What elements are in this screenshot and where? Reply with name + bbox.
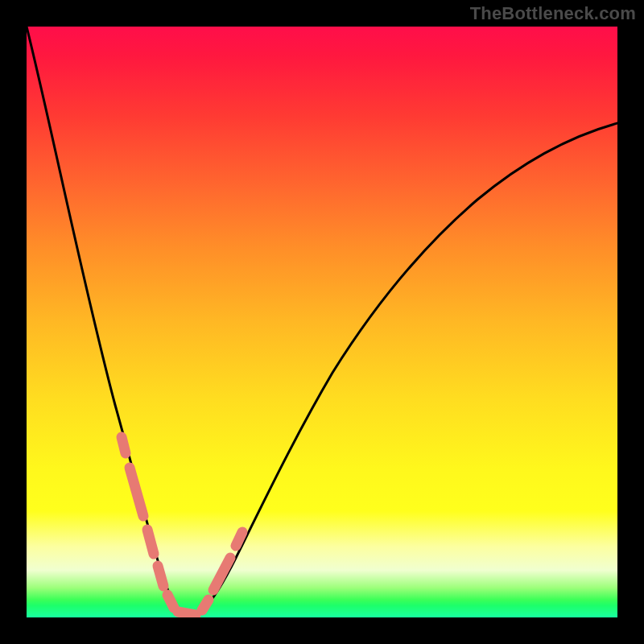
- marker-group: [122, 437, 242, 615]
- curve-path: [27, 27, 617, 617]
- marker-seg: [202, 600, 208, 610]
- marker-seg: [147, 530, 154, 554]
- watermark-text: TheBottleneck.com: [470, 3, 636, 24]
- chart-frame: TheBottleneck.com: [0, 0, 644, 644]
- marker-seg: [158, 566, 163, 586]
- marker-seg: [236, 532, 242, 546]
- chart-curve: [27, 27, 617, 617]
- marker-seg: [130, 468, 143, 516]
- marker-seg: [122, 437, 126, 453]
- marker-seg: [178, 612, 196, 615]
- chart-plot-area: [27, 27, 617, 617]
- marker-seg: [167, 595, 174, 608]
